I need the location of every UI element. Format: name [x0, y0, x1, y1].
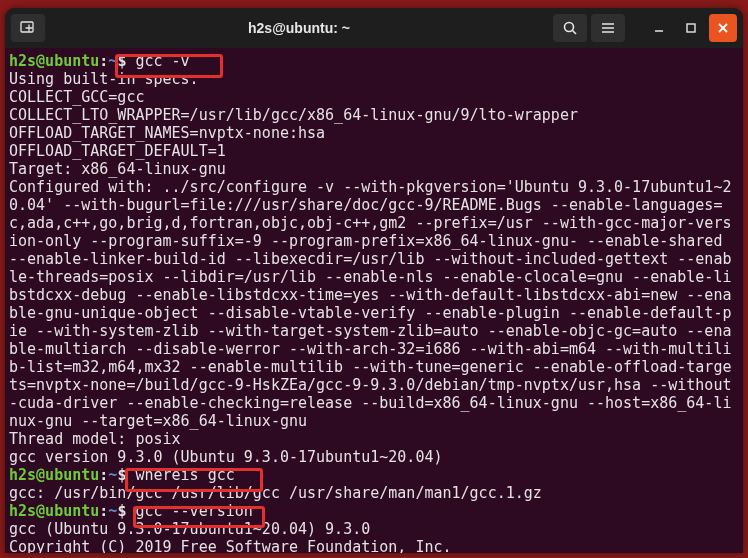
output-line: COLLECT_GCC=gcc	[9, 88, 737, 106]
minimize-icon	[652, 21, 666, 35]
new-tab-button[interactable]	[11, 14, 45, 42]
command-text: whereis gcc	[135, 466, 234, 484]
menu-button[interactable]	[591, 14, 625, 42]
command-text: gcc -v	[135, 52, 189, 70]
output-line: Using built-in specs.	[9, 70, 737, 88]
terminal-window: h2s@ubuntu: ~ h2s@ubuntu	[5, 8, 743, 553]
prompt-sigil: $	[117, 466, 135, 484]
output-line: Thread model: posix	[9, 430, 737, 448]
output-line: gcc version 9.3.0 (Ubuntu 9.3.0-17ubuntu…	[9, 448, 737, 466]
prompt-sigil: $	[117, 52, 135, 70]
prompt-line: h2s@ubuntu:~$ gcc -v	[9, 52, 737, 70]
output-line: OFFLOAD_TARGET_DEFAULT=1	[9, 142, 737, 160]
output-line: COLLECT_LTO_WRAPPER=/usr/lib/gcc/x86_64-…	[9, 106, 737, 124]
output-line: gcc (Ubuntu 9.3.0-17ubuntu1~20.04) 9.3.0	[9, 520, 737, 538]
prompt-user: h2s@ubuntu	[9, 52, 99, 70]
prompt-colon: :	[99, 466, 108, 484]
svg-rect-0	[21, 22, 33, 32]
titlebar: h2s@ubuntu: ~	[5, 8, 743, 48]
output-line: Configured with: ../src/configure -v --w…	[9, 178, 737, 430]
close-button[interactable]	[709, 14, 737, 42]
window-title: h2s@ubuntu: ~	[49, 20, 549, 36]
terminal-area[interactable]: h2s@ubuntu:~$ gcc -vUsing built-in specs…	[5, 48, 743, 553]
close-icon	[717, 22, 729, 34]
search-icon	[562, 20, 578, 36]
output-line: OFFLOAD_TARGET_NAMES=nvptx-none:hsa	[9, 124, 737, 142]
output-line: gcc: /usr/bin/gcc /usr/lib/gcc /usr/shar…	[9, 484, 737, 502]
search-button[interactable]	[553, 14, 587, 42]
new-tab-icon	[20, 21, 36, 35]
output-line: Target: x86_64-linux-gnu	[9, 160, 737, 178]
prompt-line: h2s@ubuntu:~$ whereis gcc	[9, 466, 737, 484]
prompt-sigil: $	[117, 502, 135, 520]
maximize-icon	[684, 21, 698, 35]
svg-point-1	[565, 23, 574, 32]
command-text: gcc --version	[135, 502, 252, 520]
minimize-button[interactable]	[645, 14, 673, 42]
maximize-button[interactable]	[677, 14, 705, 42]
prompt-user: h2s@ubuntu	[9, 502, 99, 520]
prompt-colon: :	[99, 502, 108, 520]
svg-rect-2	[687, 24, 695, 32]
prompt-colon: :	[99, 52, 108, 70]
output-line: Copyright (C) 2019 Free Software Foundat…	[9, 538, 737, 553]
menu-icon	[600, 21, 616, 35]
prompt-line: h2s@ubuntu:~$ gcc --version	[9, 502, 737, 520]
prompt-user: h2s@ubuntu	[9, 466, 99, 484]
